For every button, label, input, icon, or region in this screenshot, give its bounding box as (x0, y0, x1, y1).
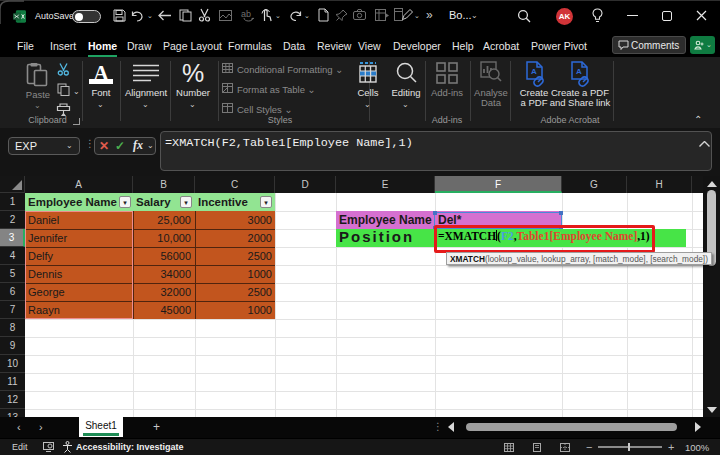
svg-text:A: A (531, 67, 537, 76)
svg-text:A: A (576, 67, 582, 76)
